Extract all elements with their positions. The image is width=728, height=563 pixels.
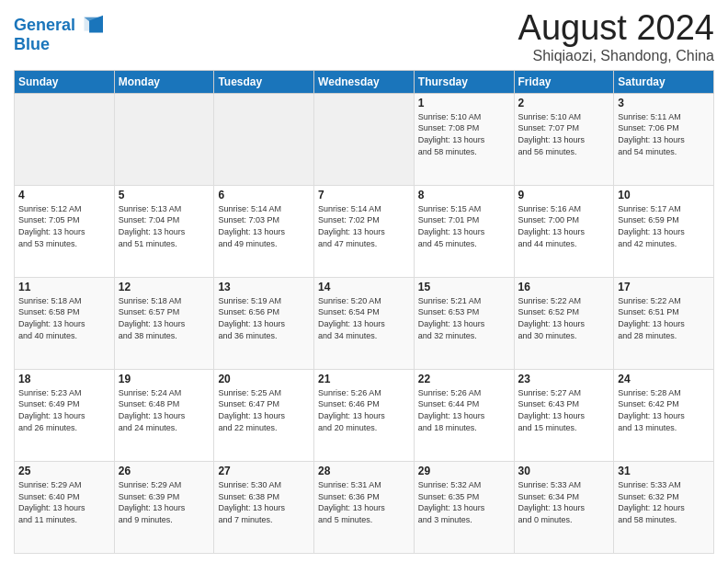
day-number: 4 xyxy=(18,189,110,201)
calendar-day: 17Sunrise: 5:22 AM Sunset: 6:51 PM Dayli… xyxy=(614,277,714,369)
header: General Blue August 2024 Shiqiaozi, Shan… xyxy=(14,9,714,64)
day-number: 20 xyxy=(218,373,310,385)
day-number: 22 xyxy=(418,373,510,385)
day-number: 26 xyxy=(119,465,210,477)
calendar-day: 19Sunrise: 5:24 AM Sunset: 6:48 PM Dayli… xyxy=(114,369,214,461)
calendar-day xyxy=(114,93,214,185)
weekday-header: Friday xyxy=(514,70,614,93)
calendar-day: 7Sunrise: 5:14 AM Sunset: 7:02 PM Daylig… xyxy=(314,185,415,277)
day-info: Sunrise: 5:21 AM Sunset: 6:53 PM Dayligh… xyxy=(418,295,510,341)
page: General Blue August 2024 Shiqiaozi, Shan… xyxy=(0,0,728,563)
day-info: Sunrise: 5:26 AM Sunset: 6:44 PM Dayligh… xyxy=(418,387,510,433)
day-info: Sunrise: 5:25 AM Sunset: 6:47 PM Dayligh… xyxy=(218,387,310,433)
day-number: 5 xyxy=(119,189,210,201)
day-info: Sunrise: 5:17 AM Sunset: 6:59 PM Dayligh… xyxy=(618,203,710,249)
day-info: Sunrise: 5:14 AM Sunset: 7:03 PM Dayligh… xyxy=(218,203,310,249)
weekday-header: Sunday xyxy=(15,70,115,93)
day-info: Sunrise: 5:26 AM Sunset: 6:46 PM Dayligh… xyxy=(318,387,410,433)
day-info: Sunrise: 5:12 AM Sunset: 7:05 PM Dayligh… xyxy=(18,203,110,249)
day-number: 8 xyxy=(418,189,510,201)
day-number: 31 xyxy=(618,465,710,477)
day-info: Sunrise: 5:10 AM Sunset: 7:08 PM Dayligh… xyxy=(418,111,510,157)
calendar-day: 2Sunrise: 5:10 AM Sunset: 7:07 PM Daylig… xyxy=(514,93,614,185)
weekday-header: Wednesday xyxy=(314,70,415,93)
weekday-header: Thursday xyxy=(414,70,514,93)
day-info: Sunrise: 5:24 AM Sunset: 6:48 PM Dayligh… xyxy=(119,387,210,433)
title-block: August 2024 Shiqiaozi, Shandong, China xyxy=(518,9,714,64)
day-info: Sunrise: 5:22 AM Sunset: 6:51 PM Dayligh… xyxy=(618,295,710,341)
calendar-day: 20Sunrise: 5:25 AM Sunset: 6:47 PM Dayli… xyxy=(214,369,314,461)
calendar-day xyxy=(15,93,115,185)
calendar-day: 15Sunrise: 5:21 AM Sunset: 6:53 PM Dayli… xyxy=(414,277,514,369)
day-info: Sunrise: 5:29 AM Sunset: 6:40 PM Dayligh… xyxy=(18,479,110,525)
day-info: Sunrise: 5:33 AM Sunset: 6:32 PM Dayligh… xyxy=(618,479,710,525)
day-number: 14 xyxy=(318,281,410,293)
calendar-day: 14Sunrise: 5:20 AM Sunset: 6:54 PM Dayli… xyxy=(314,277,415,369)
day-info: Sunrise: 5:29 AM Sunset: 6:39 PM Dayligh… xyxy=(119,479,210,525)
weekday-header: Tuesday xyxy=(214,70,314,93)
calendar-day: 29Sunrise: 5:32 AM Sunset: 6:35 PM Dayli… xyxy=(414,461,514,553)
calendar-day: 16Sunrise: 5:22 AM Sunset: 6:52 PM Dayli… xyxy=(514,277,614,369)
page-title: August 2024 xyxy=(518,9,714,48)
day-number: 17 xyxy=(618,281,710,293)
logo-icon xyxy=(77,13,103,39)
calendar-week-row: 18Sunrise: 5:23 AM Sunset: 6:49 PM Dayli… xyxy=(15,369,714,461)
calendar-day: 10Sunrise: 5:17 AM Sunset: 6:59 PM Dayli… xyxy=(614,185,714,277)
day-info: Sunrise: 5:11 AM Sunset: 7:06 PM Dayligh… xyxy=(618,111,710,157)
calendar-week-row: 4Sunrise: 5:12 AM Sunset: 7:05 PM Daylig… xyxy=(15,185,714,277)
calendar-day: 5Sunrise: 5:13 AM Sunset: 7:04 PM Daylig… xyxy=(114,185,214,277)
calendar-day: 25Sunrise: 5:29 AM Sunset: 6:40 PM Dayli… xyxy=(15,461,115,553)
calendar-day xyxy=(214,93,314,185)
day-info: Sunrise: 5:27 AM Sunset: 6:43 PM Dayligh… xyxy=(518,387,610,433)
calendar-day: 8Sunrise: 5:15 AM Sunset: 7:01 PM Daylig… xyxy=(414,185,514,277)
day-number: 7 xyxy=(318,189,410,201)
day-number: 6 xyxy=(218,189,310,201)
day-number: 15 xyxy=(418,281,510,293)
day-number: 11 xyxy=(18,281,110,293)
logo-text: General xyxy=(14,17,75,35)
day-info: Sunrise: 5:18 AM Sunset: 6:58 PM Dayligh… xyxy=(18,295,110,341)
day-number: 19 xyxy=(119,373,210,385)
day-number: 28 xyxy=(318,465,410,477)
day-info: Sunrise: 5:13 AM Sunset: 7:04 PM Dayligh… xyxy=(119,203,210,249)
calendar: SundayMondayTuesdayWednesdayThursdayFrid… xyxy=(14,70,714,554)
calendar-day: 23Sunrise: 5:27 AM Sunset: 6:43 PM Dayli… xyxy=(514,369,614,461)
day-info: Sunrise: 5:33 AM Sunset: 6:34 PM Dayligh… xyxy=(518,479,610,525)
calendar-week-row: 25Sunrise: 5:29 AM Sunset: 6:40 PM Dayli… xyxy=(15,461,714,553)
day-number: 12 xyxy=(119,281,210,293)
calendar-day: 18Sunrise: 5:23 AM Sunset: 6:49 PM Dayli… xyxy=(15,369,115,461)
calendar-day: 11Sunrise: 5:18 AM Sunset: 6:58 PM Dayli… xyxy=(15,277,115,369)
calendar-day: 31Sunrise: 5:33 AM Sunset: 6:32 PM Dayli… xyxy=(614,461,714,553)
day-info: Sunrise: 5:16 AM Sunset: 7:00 PM Dayligh… xyxy=(518,203,610,249)
calendar-day: 27Sunrise: 5:30 AM Sunset: 6:38 PM Dayli… xyxy=(214,461,314,553)
calendar-day: 4Sunrise: 5:12 AM Sunset: 7:05 PM Daylig… xyxy=(15,185,115,277)
calendar-header-row: SundayMondayTuesdayWednesdayThursdayFrid… xyxy=(15,70,714,93)
day-number: 9 xyxy=(518,189,610,201)
calendar-day: 12Sunrise: 5:18 AM Sunset: 6:57 PM Dayli… xyxy=(114,277,214,369)
logo: General Blue xyxy=(14,13,103,54)
day-info: Sunrise: 5:10 AM Sunset: 7:07 PM Dayligh… xyxy=(518,111,610,157)
weekday-header: Monday xyxy=(114,70,214,93)
calendar-day: 26Sunrise: 5:29 AM Sunset: 6:39 PM Dayli… xyxy=(114,461,214,553)
day-info: Sunrise: 5:18 AM Sunset: 6:57 PM Dayligh… xyxy=(119,295,210,341)
day-number: 27 xyxy=(218,465,310,477)
calendar-week-row: 11Sunrise: 5:18 AM Sunset: 6:58 PM Dayli… xyxy=(15,277,714,369)
day-number: 30 xyxy=(518,465,610,477)
day-number: 29 xyxy=(418,465,510,477)
calendar-day: 28Sunrise: 5:31 AM Sunset: 6:36 PM Dayli… xyxy=(314,461,415,553)
day-number: 3 xyxy=(618,97,710,109)
day-info: Sunrise: 5:15 AM Sunset: 7:01 PM Dayligh… xyxy=(418,203,510,249)
calendar-day: 21Sunrise: 5:26 AM Sunset: 6:46 PM Dayli… xyxy=(314,369,415,461)
day-number: 2 xyxy=(518,97,610,109)
calendar-day: 24Sunrise: 5:28 AM Sunset: 6:42 PM Dayli… xyxy=(614,369,714,461)
day-info: Sunrise: 5:20 AM Sunset: 6:54 PM Dayligh… xyxy=(318,295,410,341)
day-number: 18 xyxy=(18,373,110,385)
calendar-day: 6Sunrise: 5:14 AM Sunset: 7:03 PM Daylig… xyxy=(214,185,314,277)
day-info: Sunrise: 5:30 AM Sunset: 6:38 PM Dayligh… xyxy=(218,479,310,525)
day-number: 25 xyxy=(18,465,110,477)
day-number: 21 xyxy=(318,373,410,385)
calendar-day xyxy=(314,93,415,185)
calendar-day: 9Sunrise: 5:16 AM Sunset: 7:00 PM Daylig… xyxy=(514,185,614,277)
calendar-day: 22Sunrise: 5:26 AM Sunset: 6:44 PM Dayli… xyxy=(414,369,514,461)
day-info: Sunrise: 5:19 AM Sunset: 6:56 PM Dayligh… xyxy=(218,295,310,341)
